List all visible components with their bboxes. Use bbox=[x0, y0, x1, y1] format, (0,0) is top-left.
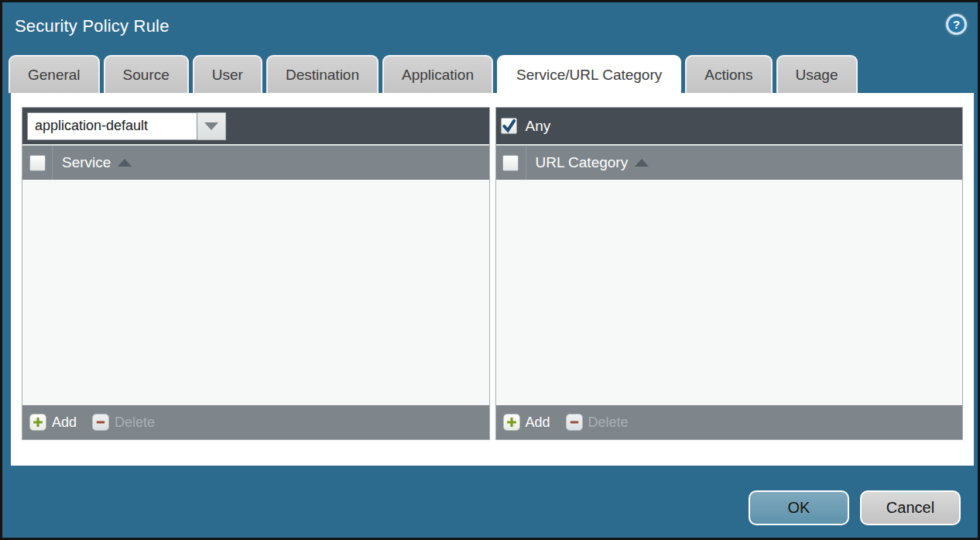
url-select-all-checkbox[interactable] bbox=[502, 155, 519, 171]
service-add-label: Add bbox=[52, 414, 77, 431]
service-column-label: Service bbox=[62, 154, 111, 171]
url-add-button[interactable]: Add bbox=[503, 414, 550, 431]
url-panel-footer: Add Delete bbox=[496, 405, 963, 439]
tab-destination[interactable]: Destination bbox=[266, 55, 379, 93]
dialog-title: Security Policy Rule bbox=[15, 16, 170, 36]
tab-source[interactable]: Source bbox=[104, 55, 189, 93]
url-grid-header: URL Category bbox=[496, 144, 963, 180]
url-delete-button[interactable]: Delete bbox=[566, 414, 629, 431]
any-label: Any bbox=[526, 118, 551, 135]
url-delete-label: Delete bbox=[588, 414, 629, 431]
service-panel-toolbar: application-default bbox=[22, 108, 489, 144]
add-plus-icon bbox=[29, 414, 46, 431]
service-grid-header: Service bbox=[22, 144, 489, 180]
url-add-label: Add bbox=[526, 414, 550, 431]
url-category-list[interactable] bbox=[496, 180, 963, 405]
service-select-all-checkbox[interactable] bbox=[29, 155, 46, 171]
security-policy-rule-dialog: Security Policy Rule ? General Source Us… bbox=[0, 0, 980, 540]
checkmark-icon bbox=[502, 119, 516, 133]
service-add-button[interactable]: Add bbox=[29, 414, 77, 431]
url-category-column-label: URL Category bbox=[536, 154, 629, 171]
help-glyph: ? bbox=[953, 18, 960, 31]
chevron-down-icon bbox=[204, 122, 218, 130]
url-category-panel: Any URL Category Add bbox=[495, 107, 964, 440]
ok-button[interactable]: OK bbox=[749, 490, 849, 525]
service-delete-label: Delete bbox=[115, 414, 155, 431]
sort-ascending-icon bbox=[118, 159, 132, 167]
service-url-category-content: application-default Service bbox=[11, 93, 974, 466]
any-checkbox[interactable] bbox=[501, 118, 517, 134]
service-type-dropdown[interactable]: application-default bbox=[27, 112, 226, 140]
url-select-all-cell bbox=[496, 146, 526, 180]
add-plus-icon bbox=[503, 414, 520, 431]
url-panel-toolbar: Any bbox=[496, 108, 963, 144]
title-bar: Security Policy Rule ? bbox=[2, 2, 978, 53]
tab-application[interactable]: Application bbox=[382, 55, 493, 93]
tab-user[interactable]: User bbox=[193, 55, 262, 93]
service-type-dropdown-value[interactable]: application-default bbox=[27, 112, 197, 140]
service-select-all-cell bbox=[22, 146, 53, 180]
tab-general[interactable]: General bbox=[9, 55, 100, 93]
service-panel-footer: Add Delete bbox=[22, 405, 489, 439]
tab-bar: General Source User Destination Applicat… bbox=[9, 55, 862, 93]
service-panel: application-default Service bbox=[22, 107, 490, 440]
service-delete-button[interactable]: Delete bbox=[92, 414, 155, 431]
cancel-button[interactable]: Cancel bbox=[860, 490, 961, 525]
delete-minus-icon bbox=[92, 414, 109, 431]
delete-minus-icon bbox=[566, 414, 583, 431]
dropdown-arrow-button[interactable] bbox=[197, 112, 226, 140]
dialog-button-row: OK Cancel bbox=[749, 490, 961, 525]
service-list[interactable] bbox=[22, 180, 489, 405]
help-icon[interactable]: ? bbox=[946, 14, 967, 35]
service-column-header[interactable]: Service bbox=[53, 146, 132, 180]
tab-actions[interactable]: Actions bbox=[685, 55, 772, 93]
tab-usage[interactable]: Usage bbox=[776, 55, 858, 93]
url-category-column-header[interactable]: URL Category bbox=[526, 146, 649, 180]
sort-ascending-icon bbox=[635, 159, 649, 167]
tab-service-url-category[interactable]: Service/URL Category bbox=[497, 55, 681, 93]
